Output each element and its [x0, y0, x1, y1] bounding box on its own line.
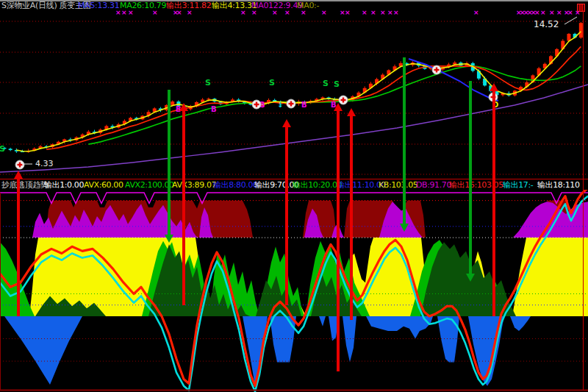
blue-down-spike-area [4, 316, 82, 385]
top-cross-mark: × [152, 10, 158, 16]
indicator-label-bar: 抄底逃顶趋势 输出1:0.00 AVX:60.00 AVX2:100.00 AV… [0, 179, 588, 190]
blue-down-spike-area [437, 316, 459, 363]
medic-circle-marker [489, 93, 498, 101]
buy-signal-letter: B [211, 105, 217, 113]
blue-down-spike-area [270, 316, 296, 363]
high-callout-line [564, 17, 577, 24]
ind-avx2: AVX2:100.00 [125, 180, 174, 190]
title-out3: 输出3:11.82 [166, 1, 212, 10]
low-price-label: 4.33 [35, 159, 54, 168]
top-cross-mark: × [370, 10, 376, 16]
d-signal-letter: D [492, 101, 498, 109]
ind-db: DB:91.70 [416, 180, 451, 190]
top-cross-mark: × [187, 10, 193, 16]
top-cross-mark: × [393, 10, 399, 16]
sell-signal-letter: S [334, 79, 340, 89]
title-out4: 输出4:13.31 [212, 1, 257, 10]
top-cross-mark: × [362, 10, 368, 16]
top-cross-mark: × [556, 10, 562, 16]
sell-signal-letter: S [0, 144, 5, 154]
top-cross-mark: × [251, 10, 257, 16]
title-ma0122: MA0122:9.49 [251, 1, 303, 10]
sell-signal-letter: S [205, 78, 211, 88]
top-cross-mark: × [301, 10, 306, 16]
top-cross-mark: × [540, 10, 546, 16]
long-ma-line [0, 85, 588, 172]
top-cross-mark: × [473, 10, 479, 16]
medic-circle-marker [287, 99, 295, 108]
buy-signal-letter: B [301, 101, 307, 109]
ind-kb: KB:103.05 [379, 180, 417, 190]
blue-down-spike-area [329, 316, 339, 341]
top-cross-mark: × [128, 10, 134, 16]
top-cross-mark: × [345, 10, 351, 16]
trading-app-window: S深物业A(日线) 质变主图 MA5:13.31 MA26:10.79 输出3:… [0, 0, 588, 392]
medic-circle-marker [432, 65, 441, 74]
ind-out10: 输出10:20.00 [293, 180, 342, 190]
high-price-label: 14.52 [534, 19, 559, 29]
main-grid [0, 21, 588, 174]
title-ma0: MA0:- [297, 1, 319, 10]
title-ma5: MA5:13.31 [78, 1, 120, 10]
ind-out1: 输出1:0.00 [44, 180, 84, 190]
buy-signal-letter: B [331, 101, 337, 109]
ind-out18: 输出18:110 [537, 180, 580, 190]
top-cross-mark: × [284, 10, 290, 16]
top-cross-mark: × [115, 10, 121, 16]
top-cross-mark: × [176, 10, 182, 16]
blue-down-spike-area [366, 316, 433, 339]
sell-signal-letter: S [323, 79, 329, 88]
main-candlestick-chart[interactable]: ×××××××××××××××××××××××××××××××××SSSSSBB… [0, 10, 588, 179]
top-cross-mark: × [121, 10, 127, 16]
sell-signal-letter: S [269, 78, 275, 88]
top-cross-mark: × [567, 10, 573, 16]
medic-circle-marker [15, 160, 24, 169]
candles-layer [3, 22, 583, 153]
top-cross-mark: × [534, 10, 540, 16]
lower-indicator-panel[interactable] [0, 190, 588, 392]
signal-markers: ×××××××××××××××××××××××××××××××××SSSSSBB… [0, 10, 581, 169]
top-cross-mark: × [380, 10, 386, 16]
top-cross-mark: × [575, 10, 581, 16]
medic-circle-marker [339, 96, 348, 104]
blue-down-spike-area [319, 316, 326, 327]
buy-signal-letter: B [176, 105, 182, 113]
cyan-down-mark: ↓ [277, 101, 283, 109]
ind-avx: AVX:60.00 [84, 180, 123, 190]
blue-down-spike-area [510, 316, 531, 331]
ind-name: 抄底逃顶趋势 [1, 180, 49, 190]
ind-out16: 输出16:103.05 [449, 180, 503, 190]
ind-out8: 输出8:80.00 [213, 180, 258, 190]
top-cross-mark: × [321, 10, 327, 16]
top-cross-mark: × [387, 10, 393, 16]
top-cross-mark: × [272, 10, 278, 16]
chart-title-bar: S深物业A(日线) 质变主图 MA5:13.31 MA26:10.79 输出3:… [0, 1, 588, 10]
title-ma26: MA26:10.79 [120, 1, 166, 10]
ind-avx3: AVX3:89.07 [172, 180, 216, 190]
blue-down-spike-area [343, 316, 356, 363]
ind-out17: 输出17:- [503, 180, 533, 190]
top-cross-mark: × [240, 10, 246, 16]
top-cross-mark: × [549, 10, 555, 16]
medic-circle-marker [252, 100, 261, 109]
